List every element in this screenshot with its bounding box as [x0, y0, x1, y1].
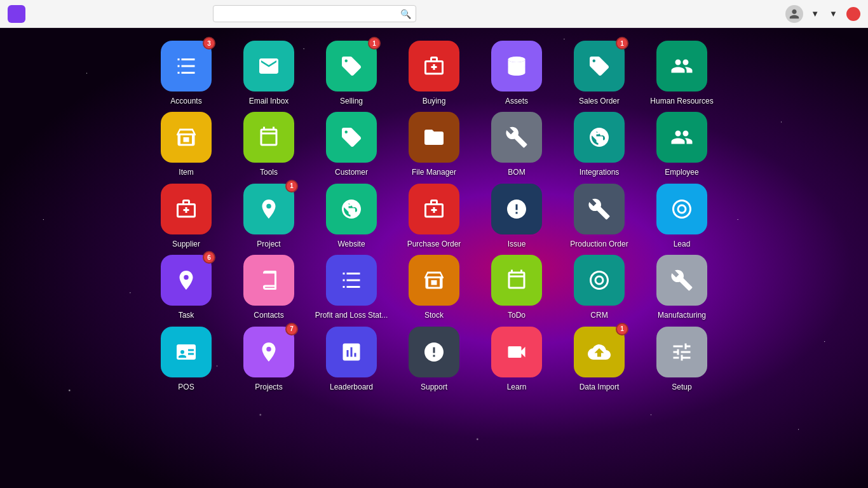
app-item-customer[interactable]: Customer — [313, 112, 390, 177]
app-icon-wrap-pos — [161, 327, 212, 377]
app-icon-purchase-order — [409, 184, 459, 234]
app-icon-integrations — [574, 112, 625, 163]
app-icon-contacts — [243, 255, 294, 306]
app-label-manufacturing: Manufacturing — [658, 311, 706, 320]
app-label-data-import: Data Import — [580, 383, 620, 391]
app-item-purchase-order[interactable]: Purchase Order — [396, 184, 472, 248]
app-icon-wrap-support — [409, 327, 459, 377]
app-item-contacts[interactable]: Contacts — [231, 255, 307, 320]
app-item-accounts[interactable]: 3Accounts — [148, 41, 224, 105]
app-icon-sales-order — [574, 41, 625, 92]
app-label-projects: Projects — [255, 383, 282, 391]
user-menu[interactable]: ▼ — [785, 5, 819, 23]
app-item-projects[interactable]: 7Projects — [231, 327, 307, 391]
app-item-project[interactable]: 1Project — [231, 184, 307, 248]
app-item-employee[interactable]: Employee — [644, 112, 720, 177]
app-icon-website — [326, 184, 377, 234]
main-content: 3AccountsEmail Inbox1SellingBuyingAssets… — [0, 28, 868, 488]
app-item-selling[interactable]: 1Selling — [313, 41, 390, 105]
app-label-setup: Setup — [672, 383, 691, 391]
app-label-customer: Customer — [335, 168, 368, 177]
app-item-item[interactable]: Item — [148, 112, 224, 177]
app-label-buying: Buying — [423, 97, 446, 105]
app-label-project: Project — [257, 240, 280, 248]
app-icon-employee — [656, 112, 707, 163]
app-label-website: Website — [337, 240, 365, 248]
app-icon-wrap-learn — [491, 327, 542, 377]
app-badge-data-import: 1 — [616, 323, 628, 336]
app-item-pos[interactable]: POS — [148, 327, 224, 391]
app-badge-sales-order: 1 — [616, 37, 628, 50]
app-item-website[interactable]: Website — [313, 184, 390, 248]
app-icon-wrap-human-resources — [656, 41, 707, 92]
app-icon-issue — [491, 184, 542, 234]
help-chevron-icon: ▼ — [829, 9, 837, 18]
app-icon-wrap-accounts: 3 — [161, 41, 212, 92]
app-item-crm[interactable]: CRM — [561, 255, 637, 320]
app-item-production-order[interactable]: Production Order — [561, 184, 637, 248]
app-icon-accounts — [161, 41, 212, 92]
app-label-lead: Lead — [674, 240, 691, 248]
app-item-task[interactable]: 6Task — [148, 255, 224, 320]
navbar-right: ▼ ▼ — [785, 5, 860, 23]
app-label-item: Item — [179, 168, 193, 177]
app-item-human-resources[interactable]: Human Resources — [644, 41, 720, 105]
app-badge-task: 6 — [203, 251, 215, 264]
app-item-todo[interactable]: ToDo — [478, 255, 555, 320]
app-item-setup[interactable]: Setup — [644, 327, 720, 391]
app-item-integrations[interactable]: Integrations — [561, 112, 637, 177]
app-badge-projects: 7 — [285, 323, 298, 336]
app-badge-accounts: 3 — [203, 37, 215, 50]
app-icon-human-resources — [656, 41, 707, 92]
app-item-buying[interactable]: Buying — [396, 41, 472, 105]
app-item-stock[interactable]: Stock — [396, 255, 472, 320]
app-icon-wrap-assets — [491, 41, 542, 92]
notification-badge[interactable] — [846, 7, 860, 21]
app-item-sales-order[interactable]: 1Sales Order — [561, 41, 637, 105]
app-icon-stock — [409, 255, 459, 306]
app-item-issue[interactable]: Issue — [478, 184, 555, 248]
app-item-bom[interactable]: BOM — [478, 112, 555, 177]
app-icon-todo — [491, 255, 542, 306]
app-item-manufacturing[interactable]: Manufacturing — [644, 255, 720, 320]
app-item-leaderboard[interactable]: Leaderboard — [313, 327, 390, 391]
app-icon-item — [161, 112, 212, 163]
app-label-task: Task — [179, 311, 194, 320]
app-icon-wrap-profit-loss — [326, 255, 377, 306]
app-item-learn[interactable]: Learn — [478, 327, 555, 391]
app-item-data-import[interactable]: 1Data Import — [561, 327, 637, 391]
app-label-human-resources: Human Resources — [650, 97, 713, 105]
app-label-purchase-order: Purchase Order — [407, 240, 461, 248]
app-label-selling: Selling — [340, 97, 363, 105]
app-icon-supplier — [161, 184, 212, 234]
app-logo[interactable] — [8, 5, 25, 23]
user-chevron-icon: ▼ — [811, 9, 819, 18]
app-icon-wrap-purchase-order — [409, 184, 459, 234]
help-menu[interactable]: ▼ — [828, 9, 837, 18]
app-icon-wrap-bom — [491, 112, 542, 163]
app-icon-wrap-supplier — [161, 184, 212, 234]
app-item-lead[interactable]: Lead — [644, 184, 720, 248]
app-item-tools[interactable]: Tools — [231, 112, 307, 177]
app-icon-wrap-stock — [409, 255, 459, 306]
app-icon-wrap-crm — [574, 255, 625, 306]
app-item-profit-loss[interactable]: Profit and Loss Stat... — [313, 255, 390, 320]
app-icon-wrap-project: 1 — [243, 184, 294, 234]
app-icon-support — [409, 327, 459, 377]
app-item-assets[interactable]: Assets — [478, 41, 555, 105]
app-item-supplier[interactable]: Supplier — [148, 184, 224, 248]
app-item-file-manager[interactable]: File Manager — [396, 112, 472, 177]
app-item-support[interactable]: Support — [396, 327, 472, 391]
app-icon-wrap-item — [161, 112, 212, 163]
app-label-leaderboard: Leaderboard — [330, 383, 373, 391]
app-badge-selling: 1 — [368, 37, 381, 50]
app-badge-project: 1 — [285, 180, 298, 193]
app-label-accounts: Accounts — [170, 97, 201, 105]
app-item-email-inbox[interactable]: Email Inbox — [231, 41, 307, 105]
app-icon-wrap-file-manager — [409, 112, 459, 163]
app-icon-wrap-task: 6 — [161, 255, 212, 306]
search-input[interactable] — [213, 5, 416, 22]
app-label-supplier: Supplier — [172, 240, 200, 248]
app-icon-buying — [409, 41, 459, 92]
svg-point-0 — [508, 57, 526, 62]
